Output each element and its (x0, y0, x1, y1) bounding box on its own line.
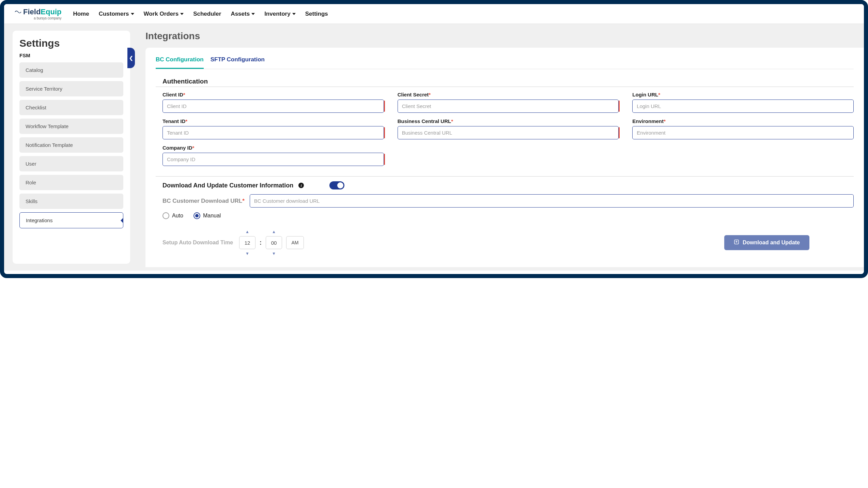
nav-assets[interactable]: Assets (229, 9, 256, 19)
page-title: Integrations (145, 31, 864, 42)
logo-icon (14, 7, 22, 16)
chevron-down-icon (131, 13, 134, 15)
sidebar: ❮ Settings FSM Catalog Service Territory… (4, 24, 139, 271)
radio-manual[interactable]: Manual (193, 212, 221, 219)
download-toggle[interactable] (329, 181, 344, 189)
chevron-down-icon (292, 13, 296, 15)
nav-scheduler[interactable]: Scheduler (192, 9, 222, 19)
app-frame: FieldEquip a bursys company Home Custome… (0, 0, 868, 278)
chevron-down-icon (180, 13, 184, 15)
sidebar-item-skills[interactable]: Skills (19, 194, 123, 209)
minute-up-button[interactable]: ▲ (272, 229, 276, 234)
nav-inventory[interactable]: Inventory (263, 9, 297, 19)
client-secret-input[interactable] (398, 100, 619, 113)
environment-label: Environment* (632, 118, 854, 124)
tenant-id-label: Tenant ID* (162, 118, 384, 124)
top-nav: FieldEquip a bursys company Home Custome… (4, 4, 864, 24)
chevron-down-icon (251, 13, 255, 15)
radio-circle-checked-icon (193, 212, 200, 219)
bc-download-url-label: BC Customer Download URL* (162, 198, 245, 204)
sidebar-item-user[interactable]: User (19, 156, 123, 171)
nav-settings[interactable]: Settings (304, 9, 329, 19)
nav-home[interactable]: Home (72, 9, 90, 19)
login-url-label: Login URL* (632, 92, 854, 97)
logo-subtitle: a bursys company (14, 16, 61, 20)
logo[interactable]: FieldEquip a bursys company (14, 7, 61, 20)
chevron-left-icon: ❮ (129, 55, 133, 61)
tabs: BC Configuration SFTP Configuration (156, 56, 854, 69)
sidebar-item-role[interactable]: Role (19, 175, 123, 190)
client-id-label: Client ID* (162, 92, 384, 97)
sidebar-subtitle: FSM (19, 52, 123, 58)
sidebar-item-service-territory[interactable]: Service Territory (19, 81, 123, 96)
divider (156, 87, 854, 87)
tab-sftp-configuration[interactable]: SFTP Configuration (211, 56, 265, 69)
info-icon[interactable]: i (298, 183, 304, 188)
bc-url-label: Business Central URL* (398, 118, 619, 124)
radio-circle-icon (162, 212, 169, 219)
login-url-input[interactable] (632, 100, 854, 113)
sidebar-title: Settings (19, 37, 123, 49)
bc-url-input[interactable] (398, 126, 619, 139)
hour-down-button[interactable]: ▼ (245, 251, 249, 256)
environment-input[interactable] (632, 126, 854, 139)
download-section-title: Download And Update Customer Information (162, 182, 293, 189)
time-colon: : (260, 239, 262, 246)
download-update-button[interactable]: Download and Update (724, 235, 809, 250)
radio-auto[interactable]: Auto (162, 212, 183, 219)
bc-download-url-input[interactable] (250, 194, 854, 208)
tenant-id-input[interactable] (162, 126, 384, 139)
company-id-label: Company ID* (162, 145, 384, 151)
sidebar-item-notification-template[interactable]: Notification Template (19, 137, 123, 153)
divider (156, 176, 854, 177)
hour-input[interactable]: 12 (239, 236, 255, 249)
time-label: Setup Auto Download Time (162, 240, 234, 246)
sidebar-collapse-button[interactable]: ❮ (127, 48, 135, 68)
section-authentication-title: Authentication (162, 78, 854, 85)
ampm-input[interactable]: AM (286, 236, 304, 249)
sidebar-item-catalog[interactable]: Catalog (19, 62, 123, 78)
hour-up-button[interactable]: ▲ (245, 229, 249, 234)
minute-down-button[interactable]: ▼ (272, 251, 276, 256)
svg-point-0 (16, 11, 16, 12)
company-id-input[interactable] (162, 153, 384, 166)
sidebar-item-integrations[interactable]: Integrations (19, 212, 123, 228)
nav-customers[interactable]: Customers (97, 9, 136, 19)
tab-bc-configuration[interactable]: BC Configuration (156, 56, 204, 69)
sidebar-item-checklist[interactable]: Checklist (19, 100, 123, 115)
nav-work-orders[interactable]: Work Orders (142, 9, 185, 19)
minute-input[interactable]: 00 (266, 236, 282, 249)
main-content: Integrations BC Configuration SFTP Confi… (139, 24, 864, 271)
client-id-input[interactable] (162, 100, 384, 113)
client-secret-label: Client Secret* (398, 92, 619, 97)
sidebar-item-workflow-template[interactable]: Workflow Template (19, 119, 123, 134)
download-icon (734, 239, 739, 246)
